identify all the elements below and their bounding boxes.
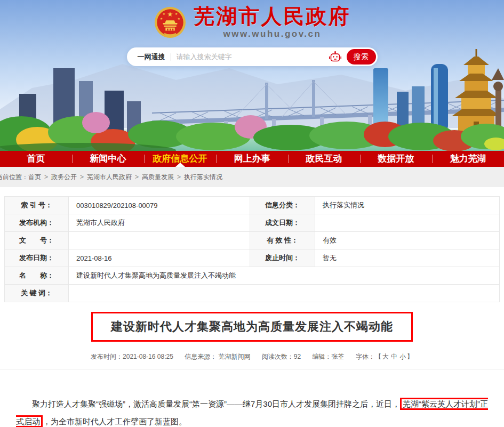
breadcrumb-link-gov-open[interactable]: 政务公开: [51, 173, 77, 181]
breadcrumb: 当前位置：首页>政务公开>芜湖市人民政府>高质量发展>执行落实情况: [0, 167, 504, 187]
editor-name: 张荃: [332, 353, 345, 360]
search-bar: 一网通搜 搜索: [127, 47, 378, 66]
doc-field-label: 关 键 词：: [5, 285, 69, 302]
doc-field-label: 废止时间：: [250, 249, 315, 267]
svg-text:★: ★: [175, 12, 178, 15]
breadcrumb-separator: >: [80, 173, 84, 181]
font-size-large[interactable]: 大: [382, 353, 389, 360]
breadcrumb-separator: >: [44, 173, 48, 181]
nav-item-news[interactable]: 新闻中心: [72, 151, 144, 167]
article-title-box: 建设新时代人才集聚高地为高质量发展注入不竭动能: [91, 312, 413, 342]
doc-field-value: 003010829/202108-00079: [69, 197, 250, 214]
header-banner: ★ ★ ★ ★ ★ 芜湖市人民政府 www.wuhu.gov.cn 一网通搜: [0, 0, 504, 151]
nav-item-public-interaction[interactable]: 政民互动: [288, 151, 360, 167]
source: 芜湖新闻网: [219, 353, 251, 360]
doc-field-value: 建设新时代人才集聚高地为高质量发展注入不竭动能: [69, 267, 500, 285]
article-paragraph: 聚力打造人才集聚“强磁场”，激活高质量发展“第一资源”——继7月30日市人才发展…: [16, 395, 488, 427]
table-row: 名 称： 建设新时代人才集聚高地为高质量发展注入不竭动能: [5, 267, 500, 285]
editor-label: 编辑：: [313, 353, 332, 360]
views-count: 92: [294, 353, 301, 360]
breadcrumb-prefix: 当前位置：: [0, 173, 28, 181]
national-emblem-icon: ★ ★ ★ ★ ★: [154, 6, 187, 39]
doc-field-value: 暂无: [315, 249, 500, 267]
doc-field-label: 发布日期：: [5, 249, 69, 267]
doc-field-label: 成文日期：: [250, 214, 315, 232]
ai-assistant-icon[interactable]: [328, 50, 342, 63]
nav-item-charm-wuhu[interactable]: 魅力芜湖: [432, 151, 504, 167]
divider-rule: [0, 369, 504, 369]
publish-time-label: 发布时间：: [91, 353, 123, 360]
font-size-small[interactable]: 小: [399, 353, 406, 360]
table-row: 发布日期： 2021-08-16 废止时间： 暂无: [5, 249, 500, 267]
font-size-medium[interactable]: 中: [391, 353, 397, 360]
search-button[interactable]: 搜索: [347, 49, 376, 65]
main-nav: 首页 新闻中心 政府信息公开 网上办事 政民互动 数据开放 魅力芜湖: [0, 151, 504, 167]
publish-time: 2021-08-16 08:25: [123, 353, 173, 360]
nav-item-open-data[interactable]: 数据开放: [360, 151, 432, 167]
doc-field-label: 名 称：: [5, 267, 69, 285]
article-meta: 发布时间：2021-08-16 08:25 信息来源： 芜湖新闻网 阅读次数：9…: [0, 352, 504, 361]
divider: [171, 53, 171, 61]
active-tab-indicator: [175, 163, 185, 167]
site-url: www.wuhu.gov.cn: [194, 29, 351, 39]
breadcrumb-link-hq-dev[interactable]: 高质量发展: [142, 173, 174, 181]
table-row: 文 号： 有 效 性： 有效: [5, 232, 500, 249]
breadcrumb-link-gov[interactable]: 芜湖市人民政府: [87, 173, 132, 181]
source-label: 信息来源：: [185, 353, 217, 360]
doc-field-label: 发布机构：: [5, 214, 69, 232]
site-title: 芜湖市人民政府: [194, 5, 351, 28]
search-scope-label[interactable]: 一网通搜: [138, 52, 165, 62]
table-row: 索 引 号： 003010829/202108-00079 信息分类： 执行落实…: [5, 197, 500, 214]
nav-item-home[interactable]: 首页: [0, 151, 72, 167]
nav-item-online-services[interactable]: 网上办事: [216, 151, 288, 167]
doc-field-value: 执行落实情况: [315, 197, 500, 214]
document-info-table: 索 引 号： 003010829/202108-00079 信息分类： 执行落实…: [4, 196, 500, 302]
doc-field-value: 芜湖市人民政府: [69, 214, 250, 232]
breadcrumb-link-home[interactable]: 首页: [28, 173, 41, 181]
site-logo[interactable]: ★ ★ ★ ★ ★ 芜湖市人民政府 www.wuhu.gov.cn: [0, 5, 504, 39]
bracket: 【: [375, 353, 381, 360]
svg-text:★: ★: [159, 17, 162, 20]
breadcrumb-separator: >: [177, 173, 181, 181]
page-title: 建设新时代人才集聚高地为高质量发展注入不竭动能: [111, 319, 393, 335]
breadcrumb-separator: >: [135, 173, 139, 181]
font-label: 字体：: [356, 353, 375, 360]
paragraph-text: 聚力打造人才集聚“强磁场”，激活高质量发展“第一资源”——继7月30日市人才发展…: [32, 399, 400, 408]
doc-field-value: 2021-08-16: [69, 249, 250, 267]
doc-field-label: 文 号：: [5, 232, 69, 249]
bracket: 】: [407, 353, 413, 360]
doc-field-value: [315, 214, 500, 232]
svg-text:★: ★: [162, 12, 165, 15]
doc-field-label: 信息分类：: [250, 197, 315, 214]
table-row: 发布机构： 芜湖市人民政府 成文日期：: [5, 214, 500, 232]
views-label: 阅读次数：: [262, 353, 294, 360]
paragraph-text: ，为全市新时代人才工作擘画了新蓝图。: [43, 417, 187, 426]
doc-field-label: 索 引 号：: [5, 197, 69, 214]
doc-field-label: 有 效 性：: [250, 232, 315, 249]
table-row: 关 键 词：: [5, 285, 500, 302]
doc-field-value: 有效: [315, 232, 500, 249]
doc-field-value: [69, 285, 500, 302]
doc-field-value: [69, 232, 250, 249]
svg-text:★: ★: [177, 17, 180, 20]
breadcrumb-link-implementation[interactable]: 执行落实情况: [184, 173, 222, 181]
search-input[interactable]: [177, 53, 326, 61]
svg-text:★: ★: [167, 11, 173, 18]
